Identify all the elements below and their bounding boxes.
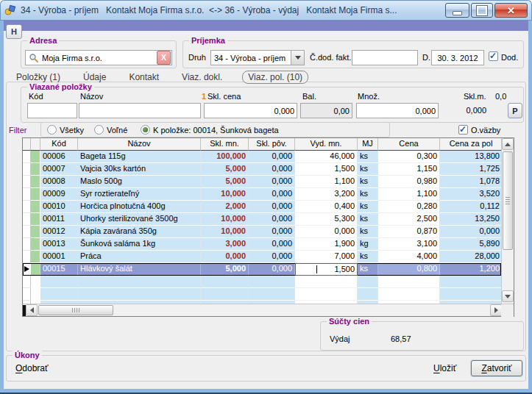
nazov-input[interactable] [79,103,201,118]
table-cell[interactable] [78,288,201,301]
table-cell[interactable]: 0,000 [249,238,295,251]
table-cell[interactable]: 00009 [40,188,78,201]
table-row[interactable]: 00008Maslo 500g5,0000,0001,100ks0,9801,0… [23,176,501,188]
row-selector-cell[interactable] [23,201,31,213]
row-selector-cell[interactable] [23,188,31,201]
table-cell[interactable]: 4,000 [378,251,440,263]
table-cell[interactable]: 10,000 [201,213,249,226]
table-cell[interactable]: 5,890 [440,238,501,251]
table-cell[interactable]: 10,000 [201,188,249,201]
table-cell[interactable]: Hlávkový šalát [78,263,201,276]
column-header[interactable]: Vyd. mn. [295,138,358,151]
table-cell[interactable]: kg [358,238,378,251]
vertical-scroll-thumb[interactable] [503,151,513,250]
table-cell[interactable]: 0,000 [249,201,295,213]
table-cell[interactable] [201,276,249,288]
table-cell[interactable]: 0,000 [249,188,295,201]
table-cell[interactable]: 7,000 [295,251,358,263]
table-cell[interactable]: 00006 [40,151,78,163]
minimize-button[interactable] [445,3,469,18]
table-cell[interactable] [40,288,78,301]
table-row[interactable]: 00015Hlávkový šalát5,0000,0001,500ks0,80… [23,263,501,276]
table-cell[interactable]: 00015 [40,263,78,276]
scroll-left-button[interactable] [26,304,38,316]
druh-dropdown[interactable]: 34 - Výroba - príjem [210,50,305,65]
row-selector-cell[interactable] [23,251,31,263]
table-row[interactable]: 00007Vajcia 30ks kartón5,0000,0001,500ks… [23,163,501,176]
horizontal-scroll-thumb[interactable] [38,305,113,315]
dod-checkbox[interactable] [489,51,498,61]
table-cell[interactable]: 0,000 [295,226,358,238]
row-selector-cell[interactable] [23,226,31,238]
table-cell[interactable]: 1,900 [295,238,358,251]
table-cell[interactable]: ks [358,263,378,276]
table-row[interactable]: 00001Práca0,0000,0007,000ks4,00028,000 [23,251,501,263]
clear-address-button[interactable]: X [157,51,171,65]
table-cell[interactable]: Vajcia 30ks kartón [78,163,201,176]
table-cell[interactable]: 0,000 [440,226,501,238]
table-cell[interactable]: 3,520 [440,188,501,201]
column-header[interactable]: Názov [78,138,201,151]
ovazby-label[interactable]: O.väzby [471,126,500,135]
table-cell[interactable]: 00001 [40,251,78,263]
table-cell[interactable] [358,288,378,301]
table-cell[interactable]: 00011 [40,213,78,226]
address-field[interactable]: X [25,50,172,65]
tab-polozky[interactable]: Položky (1) [13,71,63,83]
h-toolbar-button[interactable]: H [6,24,22,39]
table-cell[interactable]: 5,000 [201,263,249,276]
table-cell[interactable] [440,288,501,301]
table-cell[interactable]: 5,000 [201,163,249,176]
table-cell[interactable]: 0,980 [378,176,440,188]
table-cell[interactable]: 00008 [40,176,78,188]
table-cell[interactable] [249,288,295,301]
column-header[interactable]: Skl. pôv. [249,138,295,151]
table-cell[interactable]: ks [358,188,378,201]
table-cell[interactable]: Maslo 500g [78,176,201,188]
table-cell[interactable] [295,276,358,288]
table-cell[interactable]: 0,000 [249,151,295,163]
maximize-button[interactable] [471,3,493,18]
radio-volne[interactable] [94,125,104,135]
table-row[interactable]: 00011Uhorky sterilizované 3500g10,0000,0… [23,213,501,226]
table-cell[interactable]: 0,000 [201,251,249,263]
table-cell[interactable]: 2,000 [201,201,249,213]
table-cell[interactable]: 0,800 [378,263,440,276]
address-input[interactable] [42,54,156,62]
row-selector-cell[interactable] [23,276,31,288]
table-cell[interactable]: Horčica plnotučná 400g [78,201,201,213]
table-cell[interactable]: 00010 [40,201,78,213]
table-cell[interactable]: Syr roztierateľný [78,188,201,201]
tab-kontakt[interactable]: Kontakt [126,71,162,83]
table-cell[interactable]: 2,500 [378,213,440,226]
table-cell[interactable] [440,276,501,288]
table-cell[interactable]: 0,000 [249,251,295,263]
vertical-scrollbar[interactable] [501,138,514,304]
empty-row[interactable] [23,276,501,288]
zatvorit-button[interactable]: Zatvoriť [471,360,522,376]
table-cell[interactable]: 28,000 [440,251,501,263]
table-cell[interactable]: Práca [78,251,201,263]
table-cell[interactable]: 3,100 [378,238,440,251]
tab-viaz-dokl[interactable]: Viaz. dokl. [179,71,225,83]
table-cell[interactable] [249,276,295,288]
column-header[interactable]: MJ [358,138,378,151]
radio-k-polozke-label[interactable]: K položke: 00014, Šunková bageta [153,126,279,135]
table-cell[interactable]: ks [358,201,378,213]
table-cell[interactable]: 3,000 [201,238,249,251]
table-cell[interactable]: 00013 [40,238,78,251]
table-cell[interactable]: 10,000 [201,226,249,238]
scroll-right-button[interactable] [490,304,502,316]
table-cell[interactable]: 100,000 [201,151,249,163]
row-selector-cell[interactable] [23,263,31,276]
table-cell[interactable]: 1,150 [378,163,440,176]
ovazby-checkbox[interactable] [458,125,468,135]
table-row[interactable]: 00010Horčica plnotučná 400g2,0000,0000,4… [23,201,501,213]
table-cell[interactable]: 00007 [40,163,78,176]
table-cell[interactable]: 0,870 [378,226,440,238]
table-row[interactable]: 00009Syr roztierateľný10,0000,0003,200ks… [23,188,501,201]
table-cell[interactable]: ks [358,163,378,176]
table-cell[interactable]: 1,200 [440,263,501,276]
table-cell[interactable]: 5,300 [295,213,358,226]
table-cell[interactable]: ks [358,213,378,226]
